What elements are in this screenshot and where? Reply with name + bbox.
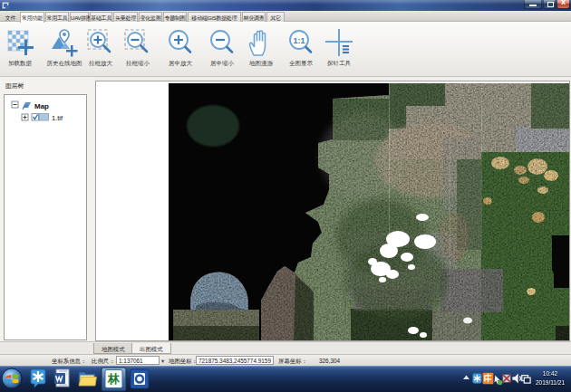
svg-text:林: 林: [107, 372, 121, 386]
svg-text:Map: Map: [34, 102, 49, 110]
svg-text:1:1: 1:1: [293, 36, 305, 45]
svg-text:1.tif: 1.tif: [52, 114, 63, 122]
